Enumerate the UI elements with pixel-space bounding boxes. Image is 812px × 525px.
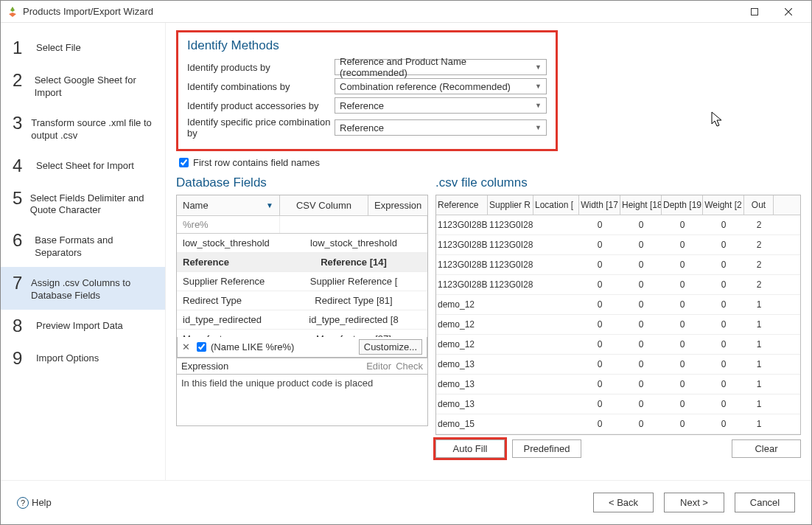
step-9[interactable]: 9Import Options bbox=[1, 342, 165, 375]
help-icon: ? bbox=[17, 497, 29, 509]
csv-col-header[interactable]: Weight [2 bbox=[703, 195, 744, 215]
db-field-name: Reference bbox=[177, 253, 280, 271]
db-field-row[interactable]: ManufacturerManufacturer [37] bbox=[177, 330, 427, 337]
csv-col-header[interactable]: Out bbox=[744, 195, 774, 215]
db-field-csv: Supplier Reference [ bbox=[280, 272, 427, 291]
step-5[interactable]: 5Select Fields Delimiter and Quote Chara… bbox=[1, 182, 165, 225]
db-field-row[interactable]: id_type_redirectedid_type_redirected [8 bbox=[177, 310, 427, 330]
csv-row[interactable]: demo_1300001 bbox=[436, 375, 800, 394]
csv-row[interactable]: 1123G0I28B1123G0I28B00002 bbox=[436, 215, 800, 235]
db-field-name: low_stock_threshold bbox=[177, 234, 280, 252]
csv-row[interactable]: demo_1300001 bbox=[436, 355, 800, 375]
csv-row[interactable]: demo_1200001 bbox=[436, 295, 800, 315]
csv-row[interactable]: 1123G0I28B1123G0I28B00002 bbox=[436, 255, 800, 275]
db-field-row[interactable]: Redirect TypeRedirect Type [81] bbox=[177, 291, 427, 310]
expression-label: Expression bbox=[181, 361, 228, 372]
wizard-content: Identify Methods Identify products byRef… bbox=[166, 23, 811, 480]
csv-row[interactable]: 1123G0I28B1123G0I28B00002 bbox=[436, 235, 800, 255]
identify-combinations-combo[interactable]: Combination reference (Recommended)▼ bbox=[335, 78, 547, 94]
wizard-sidebar: 1Select File 2Select Google Sheet for Im… bbox=[1, 23, 166, 480]
db-field-name: id_type_redirected bbox=[177, 310, 280, 329]
mouse-cursor-icon bbox=[711, 111, 724, 128]
chevron-down-icon: ▼ bbox=[535, 83, 542, 90]
svg-rect-0 bbox=[752, 8, 758, 15]
close-button[interactable] bbox=[771, 1, 805, 23]
col-expr-header[interactable]: Expression bbox=[368, 195, 427, 215]
col-csv-header[interactable]: CSV Column bbox=[280, 195, 368, 215]
csv-columns-title: .csv file columns bbox=[435, 175, 801, 190]
back-button[interactable]: < Back bbox=[593, 493, 654, 512]
step-7[interactable]: 7Assign .csv Columns to Database Fields bbox=[1, 267, 165, 310]
first-row-label: First row contains field names bbox=[193, 157, 320, 168]
identify-products-combo[interactable]: Reference and Product Name (recommended)… bbox=[335, 59, 547, 75]
identify-accessories-label: Identify product accessories by bbox=[187, 100, 335, 111]
identify-price-label: Identify specific price combination by bbox=[187, 117, 335, 139]
csv-columns-panel: .csv file columns ReferenceSupplier RLoc… bbox=[435, 175, 801, 458]
db-field-name: Manufacturer bbox=[177, 330, 280, 337]
name-filter-input[interactable]: %re% bbox=[177, 216, 280, 233]
window-title: Products Import/Export Wizard bbox=[23, 6, 738, 17]
step-4[interactable]: 4Select Sheet for Import bbox=[1, 150, 165, 182]
customize-button[interactable]: Customize... bbox=[359, 339, 422, 355]
db-field-row[interactable]: Supplier ReferenceSupplier Reference [ bbox=[177, 272, 427, 291]
autofill-button[interactable]: Auto Fill bbox=[435, 439, 505, 458]
step-8[interactable]: 8Preview Import Data bbox=[1, 310, 165, 342]
chevron-down-icon: ▼ bbox=[535, 124, 542, 131]
first-row-checkbox-row: First row contains field names bbox=[179, 157, 801, 168]
first-row-checkbox[interactable] bbox=[179, 158, 189, 167]
field-description: In this field the unique product code is… bbox=[176, 375, 428, 426]
expression-check-link[interactable]: Check bbox=[396, 361, 423, 372]
identify-title: Identify Methods bbox=[187, 38, 547, 53]
database-fields-panel: Database Fields Name▼ CSV Column Express… bbox=[176, 175, 428, 458]
chevron-down-icon: ▼ bbox=[535, 102, 542, 109]
csv-row[interactable]: 1123G0I28B1123G0I28B00002 bbox=[436, 275, 800, 295]
csv-col-header[interactable]: Reference bbox=[436, 195, 488, 215]
titlebar: Products Import/Export Wizard bbox=[1, 1, 811, 23]
step-2[interactable]: 2Select Google Sheet for Import bbox=[1, 64, 165, 107]
database-fields-title: Database Fields bbox=[176, 175, 428, 190]
identify-methods-box: Identify Methods Identify products byRef… bbox=[176, 30, 558, 151]
db-field-name: Supplier Reference bbox=[177, 272, 280, 291]
filter-icon: ▼ bbox=[266, 201, 273, 209]
step-1[interactable]: 1Select File bbox=[1, 32, 165, 64]
clear-button[interactable]: Clear bbox=[732, 439, 801, 458]
wizard-footer: ? Help < Back Next > Cancel bbox=[1, 480, 811, 524]
col-name-header[interactable]: Name▼ bbox=[177, 195, 280, 215]
csv-col-header[interactable]: Width [17 bbox=[579, 195, 620, 215]
identify-price-combo[interactable]: Reference▼ bbox=[335, 119, 547, 136]
cancel-button[interactable]: Cancel bbox=[735, 493, 795, 512]
expression-input[interactable] bbox=[231, 361, 362, 372]
db-field-csv: Redirect Type [81] bbox=[280, 291, 427, 310]
csv-row[interactable]: demo_1500001 bbox=[436, 414, 800, 434]
step-3[interactable]: 3Transform source .xml file to output .c… bbox=[1, 107, 165, 150]
db-field-row[interactable]: ReferenceReference [14] bbox=[177, 253, 427, 272]
csv-col-header[interactable]: Depth [19 bbox=[662, 195, 703, 215]
db-field-csv: Reference [14] bbox=[280, 253, 427, 271]
chevron-down-icon: ▼ bbox=[535, 63, 542, 71]
csv-col-header[interactable]: Height [18 bbox=[620, 195, 662, 215]
app-icon bbox=[7, 6, 18, 18]
clear-filter-icon[interactable]: ✕ bbox=[182, 341, 192, 352]
expression-editor-link[interactable]: Editor bbox=[366, 361, 391, 372]
maximize-button[interactable] bbox=[738, 1, 771, 23]
csv-filter-input[interactable] bbox=[280, 216, 427, 233]
identify-accessories-combo[interactable]: Reference▼ bbox=[335, 97, 547, 114]
db-field-name: Redirect Type bbox=[177, 291, 280, 310]
csv-grid: ReferenceSupplier RLocation [Width [17He… bbox=[435, 195, 801, 435]
csv-row[interactable]: demo_1300001 bbox=[436, 394, 800, 414]
step-6[interactable]: 6Base Formats and Separators bbox=[1, 224, 165, 267]
help-link[interactable]: ? Help bbox=[17, 497, 52, 509]
predefined-button[interactable]: Predefined bbox=[512, 439, 581, 458]
db-field-row[interactable]: low_stock_thresholdlow_stock_threshold bbox=[177, 234, 427, 253]
csv-row[interactable]: demo_1200001 bbox=[436, 335, 800, 355]
db-field-csv: low_stock_threshold bbox=[280, 234, 427, 252]
filter-active-checkbox[interactable] bbox=[197, 342, 206, 352]
db-field-csv: id_type_redirected [8 bbox=[280, 310, 427, 329]
active-filter-text: (Name LIKE %re%) bbox=[211, 341, 294, 352]
next-button[interactable]: Next > bbox=[664, 493, 724, 512]
csv-col-header[interactable]: Supplier R bbox=[488, 195, 533, 215]
csv-row[interactable]: demo_1200001 bbox=[436, 315, 800, 335]
database-fields-grid: Name▼ CSV Column Expression %re% low_sto… bbox=[176, 195, 428, 358]
csv-col-header[interactable]: Location [ bbox=[533, 195, 579, 215]
identify-products-label: Identify products by bbox=[187, 62, 335, 73]
